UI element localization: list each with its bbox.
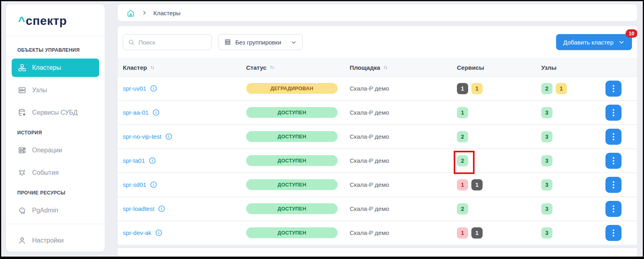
app-window: ^спектр ОБЪЕКТЫ УПРАВЛЕНИЯ Кластеры [0, 0, 644, 259]
badge-wrap: 1 [471, 227, 483, 239]
nodes-cell: 3 [541, 155, 605, 166]
sort-icon[interactable] [383, 65, 388, 70]
nodes-badge: 3 [541, 203, 552, 214]
row-actions-button[interactable] [605, 177, 622, 193]
row-actions-button[interactable] [605, 201, 622, 217]
info-icon[interactable] [152, 109, 160, 116]
sidebar-item-nodes[interactable]: Узлы [12, 81, 99, 99]
home-icon[interactable] [126, 9, 135, 17]
status-cell: ДОСТУПЕН [246, 131, 350, 142]
actions-cell [605, 81, 637, 97]
table-header: Кластер Статус Пло [118, 58, 637, 77]
row-actions-button[interactable] [605, 225, 622, 241]
cluster-link[interactable]: spr-aa-01 [123, 109, 149, 116]
status-cell: ДЕГРАДИРОВАН [246, 83, 350, 94]
info-icon[interactable] [150, 181, 157, 188]
site-cell: Скала-Р демо [350, 157, 457, 164]
nodes-cell: 21 [541, 83, 605, 94]
site-cell: Скала-Р демо [350, 205, 457, 212]
status-badge: ДЕГРАДИРОВАН [246, 83, 338, 94]
column-header-cluster[interactable]: Кластер [123, 64, 246, 71]
info-icon[interactable] [165, 133, 173, 140]
services-cell: 2 [457, 131, 541, 142]
nodes-cell: 3 [541, 203, 605, 214]
toolbar: Без группировки Добавить кластер 10 [118, 26, 637, 58]
row-actions-button[interactable] [605, 129, 622, 145]
annotation-highlight-box: 2 [457, 155, 468, 166]
next-row-peek [118, 252, 637, 257]
actions-cell [605, 201, 637, 217]
services-badge: 1 [457, 227, 468, 239]
services-badge: 1 [471, 227, 483, 239]
sidebar-item-settings[interactable]: Настройки [17, 234, 94, 247]
nodes-badge: 3 [541, 107, 552, 118]
status-cell: ДОСТУПЕН [246, 227, 350, 238]
badge-wrap: 1 [457, 227, 468, 239]
status-badge: ДОСТУПЕН [246, 227, 338, 238]
services-cell: 2 [457, 155, 541, 166]
sidebar-item-pgadmin[interactable]: PgAdmin [12, 201, 99, 220]
nodes-cell: 3 [541, 107, 605, 118]
sidebar-nav: ОБЪЕКТЫ УПРАВЛЕНИЯ Кластеры У [6, 36, 105, 224]
section-history-label: ИСТОРИЯ [12, 126, 99, 140]
row-actions-button[interactable] [605, 153, 622, 169]
site-cell: Скала-Р демо [350, 229, 457, 236]
column-label: Сервисы [457, 64, 484, 71]
row-actions-button[interactable] [605, 105, 622, 121]
sidebar-item-label: Настройки [32, 237, 63, 244]
cluster-link[interactable]: spr-dev-ak [123, 229, 151, 236]
table-row: spr-sd01 ДОСТУПЕН Скала-Р демо 11 3 [118, 173, 637, 197]
services-cell: 2 [457, 203, 541, 214]
row-actions-button[interactable] [605, 81, 622, 97]
add-cluster-button[interactable]: Добавить кластер [556, 34, 632, 50]
badge-wrap: 2 [457, 131, 468, 142]
info-icon[interactable] [149, 157, 156, 164]
sidebar-item-clusters[interactable]: Кластеры [12, 59, 99, 77]
sort-active-icon[interactable] [269, 65, 275, 70]
sort-icon[interactable] [150, 65, 155, 70]
grouping-label: Без группировки [235, 39, 281, 46]
badge-wrap: 2 [457, 203, 468, 214]
breadcrumb-chevron-icon [141, 10, 147, 16]
notification-badge: 10 [626, 29, 637, 38]
nodes-cell: 3 [541, 227, 605, 239]
cluster-link[interactable]: spr-loadtest [123, 205, 154, 212]
search-input[interactable] [139, 39, 207, 46]
cluster-link[interactable]: spr-no-vip-test [123, 133, 161, 140]
clusters-icon [17, 63, 27, 72]
column-label: Площадка [350, 64, 380, 71]
sidebar-item-label: Узлы [32, 87, 47, 94]
nodes-badge: 3 [541, 227, 552, 239]
services-cell: 1 [457, 107, 541, 118]
actions-cell [605, 105, 637, 121]
actions-cell [605, 153, 637, 169]
nodes-badge: 2 [541, 83, 552, 94]
events-bell-icon [17, 168, 27, 177]
sidebar-item-label: Кластеры [32, 64, 61, 71]
info-icon[interactable] [150, 85, 157, 92]
sidebar-item-operations[interactable]: Операции [12, 141, 99, 160]
badge-wrap: 3 [541, 203, 552, 214]
logo: ^спектр [6, 4, 105, 36]
cluster-link[interactable]: spr-ta01 [123, 157, 145, 164]
badge-wrap: 1 [471, 179, 483, 190]
column-header-nodes: Узлы [541, 64, 605, 71]
column-label: Узлы [541, 64, 556, 71]
search-box [123, 34, 212, 50]
cluster-cell: spr-aa-01 [123, 109, 246, 116]
sidebar-item-db-services[interactable]: Сервисы СУБД [12, 103, 99, 122]
column-header-status[interactable]: Статус [246, 64, 350, 71]
services-cell: 11 [457, 179, 541, 190]
grouping-icon [224, 38, 231, 46]
sidebar-item-events[interactable]: События [12, 164, 99, 182]
info-icon[interactable] [155, 229, 163, 237]
grouping-dropdown[interactable]: Без группировки [218, 34, 303, 50]
cluster-link[interactable]: spr-sd01 [123, 181, 146, 188]
services-badge: 2 [457, 131, 468, 142]
actions-cell [605, 225, 637, 241]
pgadmin-elephant-icon [17, 206, 27, 215]
info-icon[interactable] [158, 205, 165, 212]
column-header-site[interactable]: Площадка [350, 64, 457, 71]
table-row: spr-uv01 ДЕГРАДИРОВАН Скала-Р демо 11 21 [118, 77, 637, 101]
cluster-link[interactable]: spr-uv01 [123, 85, 146, 92]
